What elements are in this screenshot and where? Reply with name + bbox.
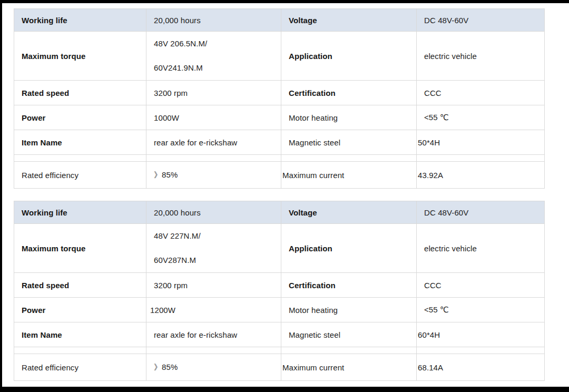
spec-row: Rated efficiency》85%Maximum current43.92… <box>14 162 545 189</box>
spec-value-cell: DC 48V-60V <box>417 201 545 224</box>
spec-value-cell <box>146 155 281 162</box>
spec-value-cell: 43.92A <box>417 162 545 189</box>
spec-value-cell: 3200 rpm <box>146 273 281 298</box>
spec-label-cell: Rated efficiency <box>14 162 146 189</box>
spec-row: Working life20,000 hoursVoltageDC 48V-60… <box>14 9 545 32</box>
spec-label-cell: Maximum torque <box>14 32 146 81</box>
spacer-row <box>14 347 545 354</box>
spec-value-cell: <55 ℃ <box>417 298 545 322</box>
spec-value-cell: <55 ℃ <box>417 105 545 130</box>
spec-table-1200w: Working life20,000 hoursVoltageDC 48V-60… <box>14 201 545 381</box>
spec-value-cell: 》85% <box>146 354 281 381</box>
spec-label-cell: Voltage <box>281 9 417 32</box>
spec-value-cell: 20,000 hours <box>146 9 281 32</box>
spec-label-cell: Voltage <box>281 201 417 224</box>
spec-value-cell: rear axle for e-rickshaw <box>146 322 281 347</box>
spec-value-cell <box>417 347 545 354</box>
spec-table-1000w: Working life20,000 hoursVoltageDC 48V-60… <box>14 8 545 189</box>
spec-value-cell: 48V 206.5N.M/ 60V241.9N.M <box>146 32 281 81</box>
spec-value-cell: CCC <box>417 273 545 298</box>
spec-value-cell: CCC <box>417 81 545 105</box>
spacer-row <box>14 155 545 162</box>
spec-label-cell <box>281 155 417 162</box>
spec-row: Rated speed3200 rpmCertificationCCC <box>14 81 545 105</box>
spec-row: Item Namerear axle for e-rickshawMagneti… <box>14 130 545 155</box>
spec-label-cell: Item Name <box>14 322 146 347</box>
spec-label-cell: Certification <box>281 81 417 105</box>
spec-label-cell: Motor heating <box>281 105 417 130</box>
spec-row: Working life20,000 hoursVoltageDC 48V-60… <box>14 201 545 224</box>
spec-label-cell: Application <box>281 224 417 273</box>
spec-row: Rated efficiency》85%Maximum current68.14… <box>14 354 545 381</box>
spec-value-cell: rear axle for e-rickshaw <box>146 130 281 155</box>
spec-value-cell: 3200 rpm <box>146 81 281 105</box>
spec-value-cell: 1000W <box>146 105 281 130</box>
spec-row: Rated speed3200 rpmCertificationCCC <box>14 273 545 298</box>
spec-value-cell <box>417 155 545 162</box>
spec-label-cell: Maximum torque <box>14 224 146 273</box>
spec-value-cell: electric vehicle <box>417 224 545 273</box>
spec-label-cell: Item Name <box>14 130 146 155</box>
spec-label-cell: Maximum current <box>281 354 417 381</box>
spec-row: Maximum torque48V 227N.M/ 60V287N.MAppli… <box>14 224 545 273</box>
spec-label-cell: Maximum current <box>281 162 417 189</box>
spec-value-cell: 48V 227N.M/ 60V287N.M <box>146 224 281 273</box>
spec-label-cell: Rated efficiency <box>14 354 146 381</box>
spec-label-cell <box>14 347 146 354</box>
spec-value-cell: 68.14A <box>417 354 545 381</box>
spec-value-cell: 》85% <box>146 162 281 189</box>
spec-value-cell: 50*4H <box>417 130 545 155</box>
spec-label-cell: Rated speed <box>14 81 146 105</box>
spec-label-cell: Magnetic steel <box>281 322 417 347</box>
spec-value-cell: electric vehicle <box>417 32 545 81</box>
spec-value-cell <box>146 347 281 354</box>
spec-value-cell: DC 48V-60V <box>417 9 545 32</box>
spec-row: Item Namerear axle for e-rickshawMagneti… <box>14 322 545 347</box>
spec-label-cell: Power <box>14 298 146 322</box>
spec-row: Power1000WMotor heating<55 ℃ <box>14 105 545 130</box>
spec-label-cell: Motor heating <box>281 298 417 322</box>
page: Working life20,000 hoursVoltageDC 48V-60… <box>2 3 569 387</box>
spec-label-cell: Working life <box>14 9 146 32</box>
spec-label-cell: Certification <box>281 273 417 298</box>
spec-value-cell: 1200W <box>146 298 281 322</box>
spec-label-cell: Power <box>14 105 146 130</box>
spec-label-cell <box>14 155 146 162</box>
spec-value-cell: 60*4H <box>417 322 545 347</box>
spec-row: Power1200WMotor heating<55 ℃ <box>14 298 545 322</box>
spec-label-cell: Working life <box>14 201 146 224</box>
spec-label-cell: Magnetic steel <box>281 130 417 155</box>
spec-label-cell: Application <box>281 32 417 81</box>
spec-label-cell: Rated speed <box>14 273 146 298</box>
spec-label-cell <box>281 347 417 354</box>
spec-value-cell: 20,000 hours <box>146 201 281 224</box>
spec-row: Maximum torque48V 206.5N.M/ 60V241.9N.MA… <box>14 32 545 81</box>
